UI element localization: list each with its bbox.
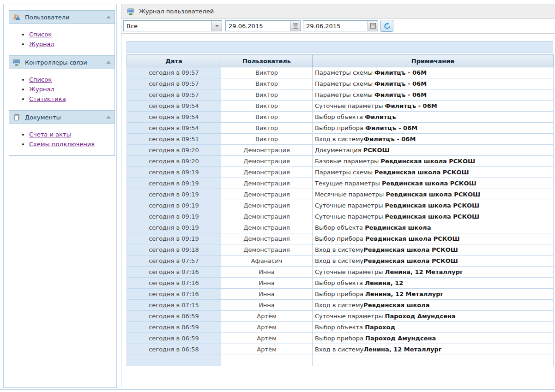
cell-user: Инна [221,267,313,278]
collapse-icon[interactable] [106,61,111,64]
cell-note: Параметры схемы Филитцъ - 06М [313,67,554,78]
table-row: сегодня в 09:19ДемонстрацияВыбор прибора… [127,233,554,244]
journal-table: Дата Пользователь Примечание сегодня в 0… [127,54,554,366]
cell-user: Демонстрация [221,167,313,178]
cell-note: Вход в системуРевдинская школа РСКОШ [313,255,554,267]
column-header-user: Пользователь [221,55,313,67]
section-body-controllers: Список Журнал Статистика [9,69,115,110]
cell-note: Вход в системуРевдинская школа РСКОШ [313,244,554,255]
cell-user: Демонстрация [221,156,313,167]
sidebar-link-users-journal[interactable]: Журнал [29,41,54,48]
date-from-calendar-button[interactable] [290,21,300,31]
cell-user: Афанасич [221,255,313,267]
cell-user: Демонстрация [221,244,313,255]
cell-note: Суточные параметры Пароход Амундсена [313,311,554,322]
cell-note: Вход в системуЛенина, 12 Металлург [313,344,554,355]
cell-user: Артём [221,322,313,333]
cell-user: Виктор [221,101,313,112]
cell-user: Виктор [221,134,313,145]
cell-user: Демонстрация [221,233,313,244]
section-header-documents[interactable]: Документы [9,110,115,124]
main-panel: Журнал пользователей Все [121,4,555,388]
page-title-bar: Журнал пользователей [121,4,555,19]
left-panel: Пользователи Список Журнал [3,4,117,388]
table-row: сегодня в 07:16ИннаВыбор прибора Ленина,… [127,289,554,300]
cell-date: сегодня в 09:19 [127,167,221,178]
cell-note: Параметры схемы Филитцъ - 06М [313,78,554,89]
table-row: сегодня в 07:15ИннаВход в системуРевдинс… [127,300,554,311]
table-footer-row [127,355,554,366]
date-to-calendar-button[interactable] [368,21,378,31]
cell-date: сегодня в 09:57 [127,89,221,101]
cell-date: сегодня в 09:18 [127,244,221,255]
list-item: Журнал [29,85,113,94]
cell-note: Месячные параметры Ревдинская школа РСКО… [313,189,554,200]
table-row: сегодня в 07:16ИннаВыбор объекта Ленина,… [127,278,554,289]
user-filter-select[interactable]: Все [123,20,222,31]
sidebar-section-users: Пользователи Список Журнал [9,11,115,55]
sidebar-link-controllers-list[interactable]: Список [29,76,52,83]
sidebar-section-documents: Документы Счета и акты Схемы подключения [9,110,115,155]
calendar-icon [293,23,298,29]
cell-note: Документация РСКОШ [313,145,554,156]
cell-date: сегодня в 06:58 [127,344,221,355]
sidebar-accordion: Пользователи Список Журнал [9,10,115,156]
sidebar-link-controllers-stats[interactable]: Статистика [29,95,66,102]
table-row: сегодня в 09:20ДемонстрацияБазовые парам… [127,156,554,167]
cell-note: Выбор прибора Филитцъ - 06М [313,123,554,134]
collapse-icon[interactable] [106,16,111,18]
sidebar-link-controllers-journal[interactable]: Журнал [29,86,54,93]
journal-table-body: сегодня в 09:57ВикторПараметры схемы Фил… [127,67,554,355]
date-from-input[interactable] [226,21,290,31]
cell-user: Виктор [221,112,313,123]
table-row: сегодня в 09:19ДемонстрацияВыбор объекта… [127,222,554,233]
cell-user: Инна [221,278,313,289]
list-item: Журнал [29,40,113,48]
cell-user: Виктор [221,123,313,134]
monitor-icon [127,8,134,15]
cell-date: сегодня в 09:20 [127,156,221,167]
cell-user: Демонстрация [221,178,313,189]
select-dropdown-button[interactable] [211,21,222,31]
table-row: сегодня в 09:18ДемонстрацияВход в систем… [127,244,554,255]
refresh-icon [384,23,391,30]
list-item: Список [29,30,113,39]
cell-date: сегодня в 09:19 [127,222,221,233]
cell-user: Демонстрация [221,145,313,156]
section-header-controllers[interactable]: Контроллеры связи [9,55,115,69]
sidebar-link-documents-invoices[interactable]: Счета и акты [29,131,71,138]
cell-date: сегодня в 09:51 [127,134,221,145]
cell-date: сегодня в 09:20 [127,145,221,156]
table-row: сегодня в 09:57ВикторПараметры схемы Фил… [127,67,554,78]
cell-note: Выбор объекта Пароход [313,322,554,333]
table-row: сегодня в 09:57ВикторПараметры схемы Фил… [127,78,554,89]
section-body-documents: Счета и акты Схемы подключения [9,124,115,155]
date-to-input[interactable] [303,21,368,31]
cell-user: Демонстрация [221,222,313,233]
cell-date: сегодня в 09:19 [127,189,221,200]
sidebar-link-users-list[interactable]: Список [29,31,52,38]
cell-date: сегодня в 07:16 [127,289,221,300]
cell-user: Артём [221,333,313,344]
cell-user: Демонстрация [221,189,313,200]
documents-icon [13,113,20,121]
date-to-field [303,20,378,31]
section-title: Контроллеры связи [25,59,106,66]
table-row: сегодня в 09:54ВикторВыбор объекта Филит… [127,112,554,123]
section-header-users[interactable]: Пользователи [9,11,115,24]
chevron-down-icon [215,25,219,27]
table-row: сегодня в 09:19ДемонстрацияМесячные пара… [127,189,554,200]
cell-note: Вход в системуФилитцъ - 06М [313,134,554,145]
refresh-button[interactable] [380,20,393,32]
sidebar-link-documents-schemes[interactable]: Схемы подключения [29,141,95,148]
table-row: сегодня в 09:19ДемонстрацияПараметры схе… [127,167,554,178]
cell-user: Демонстрация [221,200,313,211]
table-row: сегодня в 07:16ИннаСуточные параметры Ле… [127,267,554,278]
collapse-icon[interactable] [106,116,111,119]
cell-date: сегодня в 09:57 [127,78,221,89]
cell-note: Выбор прибора Пароход Амундсена [313,333,554,344]
users-icon [13,13,20,21]
cell-user: Демонстрация [221,211,313,222]
cell-user: Виктор [221,78,313,89]
cell-user: Артём [221,344,313,355]
